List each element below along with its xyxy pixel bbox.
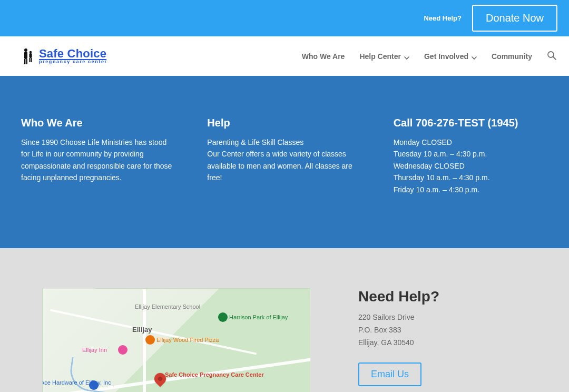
map-poi-pizza: Ellijay Wood Fired Pizza: [156, 337, 219, 343]
top-bar: Need Help? Donate Now: [0, 0, 569, 36]
who-we-are-block: Who We Are Since 1990 Choose Life Minist…: [21, 117, 175, 195]
svg-point-8: [548, 52, 554, 57]
tree-icon: [218, 312, 228, 322]
map[interactable]: Ellijay Elementary School Harrison Park …: [42, 288, 311, 392]
nav-get-involved[interactable]: Get Involved: [424, 52, 477, 61]
address-heading: Need Help?: [358, 288, 527, 305]
svg-rect-2: [24, 59, 25, 64]
nav-help-center-label: Help Center: [359, 52, 401, 61]
address-block: Need Help? 220 Sailors Drive P.O. Box 38…: [358, 288, 527, 392]
logo[interactable]: Safe Choice pregnancy care center: [21, 47, 107, 65]
map-city-label: Ellijay: [132, 326, 152, 334]
svg-rect-3: [26, 59, 27, 64]
email-us-button[interactable]: Email Us: [358, 362, 421, 386]
svg-rect-1: [24, 52, 27, 59]
restaurant-icon: [145, 335, 155, 345]
map-label-school: Ellijay Elementary School: [135, 303, 200, 310]
nav-community[interactable]: Community: [492, 52, 532, 61]
donate-button[interactable]: Donate Now: [472, 5, 557, 32]
chevron-down-icon: [404, 54, 409, 59]
svg-rect-5: [30, 53, 32, 58]
map-poi-inn: Ellijay Inn: [82, 347, 107, 353]
address-line-3: Ellijay, GA 30540: [358, 337, 527, 349]
need-help-link[interactable]: Need Help?: [424, 14, 462, 22]
map-poi-center: Safe Choice Pregnancy Care Center: [165, 371, 264, 379]
logo-name: Safe Choice: [39, 48, 107, 60]
chevron-down-icon: [472, 54, 477, 59]
help-line-2: Our Center offers a wide variety of clas…: [207, 148, 361, 183]
search-icon[interactable]: [547, 51, 556, 62]
hours-row: Thursday 10 a.m. – 4:30 p.m.: [394, 172, 548, 183]
svg-rect-6: [30, 58, 31, 62]
svg-point-4: [30, 51, 32, 53]
lodging-icon: [118, 345, 127, 355]
info-section: Who We Are Since 1990 Choose Life Minist…: [0, 76, 569, 248]
address-line-1: 220 Sailors Drive: [358, 311, 527, 324]
main-nav: Who We Are Help Center Get Involved Comm…: [302, 51, 556, 62]
nav-help-center[interactable]: Help Center: [359, 52, 409, 61]
site-header: Safe Choice pregnancy care center Who We…: [0, 36, 569, 76]
help-heading: Help: [207, 117, 361, 129]
hours-heading: Call 706-276-TEST (1945): [394, 117, 548, 129]
hours-row: Tuesday 10 a.m. – 4:30 p.m.: [394, 148, 548, 160]
svg-rect-7: [31, 58, 32, 62]
help-line-1: Parenting & Life Skill Classes: [207, 136, 361, 148]
hours-row: Monday CLOSED: [394, 136, 548, 148]
logo-subtitle: pregnancy care center: [39, 60, 107, 64]
hours-row: Wednesday CLOSED: [394, 160, 548, 172]
nav-get-involved-label: Get Involved: [424, 52, 468, 61]
hours-block: Call 706-276-TEST (1945) Monday CLOSED T…: [394, 117, 548, 195]
svg-point-0: [24, 48, 27, 52]
who-we-are-heading: Who We Are: [21, 117, 175, 129]
map-poi-ace: Ace Hardware of Ellijay, Inc: [42, 379, 111, 386]
help-block: Help Parenting & Life Skill Classes Our …: [207, 117, 361, 195]
hours-row: Friday 10 a.m. – 4:30 p.m.: [394, 184, 548, 195]
svg-line-9: [553, 57, 556, 60]
people-icon: [21, 47, 35, 65]
logo-text: Safe Choice pregnancy care center: [39, 48, 107, 64]
location-section: Ellijay Elementary School Harrison Park …: [0, 248, 569, 392]
nav-who-we-are[interactable]: Who We Are: [302, 52, 345, 61]
who-we-are-body: Since 1990 Choose Life Ministries has st…: [21, 136, 175, 184]
map-poi-park: Harrison Park of Ellijay: [229, 314, 288, 320]
address-line-2: P.O. Box 383: [358, 324, 527, 337]
